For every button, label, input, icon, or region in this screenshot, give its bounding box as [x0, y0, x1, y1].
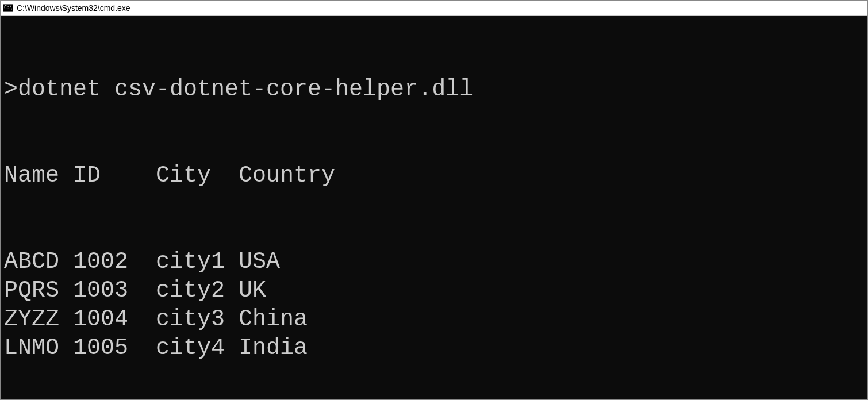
cmd-window: C:\Windows\System32\cmd.exe >dotnet csv-…: [0, 0, 868, 400]
prompt: >: [4, 76, 18, 102]
command-text: dotnet csv-dotnet-core-helper.dll: [18, 76, 473, 102]
cmd-icon: [3, 4, 13, 12]
table-row: PQRS 1003 city2 UK: [4, 276, 864, 305]
window-title: C:\Windows\System32\cmd.exe: [17, 3, 130, 13]
table-row: ABCD 1002 city1 USA: [4, 248, 864, 276]
command-line: >dotnet csv-dotnet-core-helper.dll: [4, 75, 864, 104]
titlebar[interactable]: C:\Windows\System32\cmd.exe: [1, 1, 867, 16]
table-row: LNMO 1005 city4 India: [4, 334, 864, 363]
table-row: ZYZZ 1004 city3 China: [4, 305, 864, 334]
table-header-row: Name ID City Country: [4, 161, 864, 190]
terminal-output[interactable]: >dotnet csv-dotnet-core-helper.dll Name …: [1, 16, 867, 399]
